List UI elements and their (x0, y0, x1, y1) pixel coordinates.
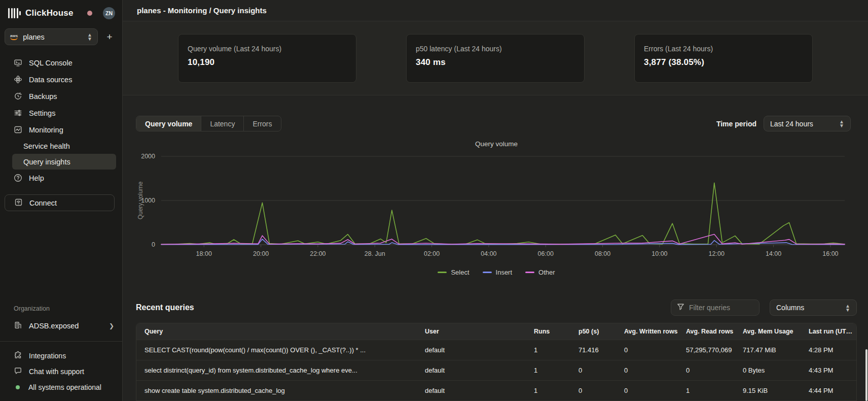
legend-item-other[interactable]: Other (525, 269, 555, 276)
columns-select[interactable]: Columns ▲▼ (770, 299, 857, 316)
sidebar-item-label: Settings (29, 109, 55, 117)
tab-query-volume[interactable]: Query volume (136, 116, 201, 131)
sidebar-item-sql-console[interactable]: SQL Console (0, 54, 122, 71)
svg-text:0: 0 (152, 241, 155, 248)
footer-item-label: Integrations (29, 352, 66, 360)
column-header-last-run-utc-[interactable]: Last run (UTC)⌃ (801, 328, 856, 335)
column-header-query[interactable]: Query (136, 328, 417, 335)
organization-switcher[interactable]: ADSB.exposed ❯ (0, 317, 122, 334)
sidebar-item-service-health[interactable]: Service health (12, 138, 116, 154)
table-cell: 1 (526, 366, 570, 374)
sidebar-item-label: Monitoring (29, 126, 63, 134)
service-name: planes (23, 33, 82, 41)
service-selector[interactable]: aws planes ▲▼ (5, 28, 98, 45)
sidebar-item-label: SQL Console (29, 59, 73, 67)
connect-label: Connect (29, 199, 57, 207)
chart-tabs: Query volumeLatencyErrors (136, 116, 281, 131)
table-cell: 4:44 PM (801, 387, 856, 394)
legend-label: Select (451, 269, 469, 276)
stat-card-label: p50 latency (Last 24 hours) (416, 45, 575, 53)
legend-swatch-icon (483, 272, 492, 273)
time-period: Time period Last 24 hours ▲▼ (716, 116, 851, 131)
table-cell: 0 (570, 387, 616, 394)
sidebar-item-help[interactable]: Help (0, 170, 122, 186)
sidebar-footer-all-systems-operational[interactable]: All systems operational (0, 379, 122, 395)
recent-controls: Columns ▲▼ (671, 299, 857, 316)
table-cell: default (417, 366, 526, 374)
sidebar-item-backups[interactable]: Backups (0, 88, 122, 105)
page-header: planes - Monitoring / Query insights (123, 0, 868, 21)
recent-queries-title: Recent queries (136, 303, 194, 312)
table-row[interactable]: SELECT CAST(round(pow(count() / max(coun… (136, 340, 856, 360)
scrollbar-thumb[interactable] (865, 349, 867, 401)
stat-card-label: Query volume (Last 24 hours) (188, 45, 347, 53)
legend-swatch-icon (438, 272, 447, 273)
table-cell: 1 (526, 387, 570, 394)
chart-legend: Select Insert Other (136, 267, 857, 277)
controls-row: Query volumeLatencyErrors Time period La… (136, 116, 857, 131)
avatar[interactable]: ZN (103, 7, 115, 19)
svg-text:22:00: 22:00 (310, 250, 326, 257)
legend-label: Other (538, 269, 555, 276)
add-service-button[interactable]: + (103, 31, 116, 43)
svg-text:04:00: 04:00 (481, 250, 496, 257)
time-period-value: Last 24 hours (770, 120, 834, 128)
stat-card-label: Errors (Last 24 hours) (644, 45, 803, 53)
table-row[interactable]: show create table system.distributed_cac… (136, 380, 856, 400)
table-cell: 4:28 PM (801, 346, 856, 354)
sidebar-item-query-insights[interactable]: Query insights (12, 154, 116, 170)
stat-card-2: Errors (Last 24 hours) 3,877 (38.05%) (634, 34, 813, 83)
monitoring-icon (14, 125, 22, 134)
columns-select-value: Columns (776, 304, 840, 312)
sidebar-footer-chat-with-support[interactable]: Chat with support (0, 363, 122, 379)
chart-title: Query volume (136, 140, 857, 148)
time-period-select[interactable]: Last 24 hours ▲▼ (764, 116, 851, 131)
table-cell: 1 (526, 346, 570, 354)
tab-latency[interactable]: Latency (201, 116, 244, 131)
connect-button[interactable]: Connect (5, 194, 115, 211)
table-row[interactable]: select distrinct(query_id) from system.d… (136, 360, 856, 380)
chart-svg: 01000200018:0020:0022:0028. Jun02:0004:0… (136, 148, 857, 260)
table-cell: 0 (616, 366, 678, 374)
sidebar-item-monitoring[interactable]: Monitoring (0, 121, 122, 138)
column-header-avg-read-rows[interactable]: Avg. Read rows (678, 328, 735, 335)
column-header-user[interactable]: User (417, 328, 526, 335)
sidebar-item-label: Backups (29, 92, 57, 101)
table-cell: 9.15 KiB (735, 387, 801, 394)
sidebar-footer-integrations[interactable]: Integrations (0, 348, 122, 363)
sidebar-item-settings[interactable]: Settings (0, 105, 122, 121)
legend-item-insert[interactable]: Insert (483, 269, 513, 276)
table-cell: 0 (678, 366, 735, 374)
sidebar-item-label: Data sources (29, 76, 72, 84)
clickhouse-logo-icon (8, 8, 21, 18)
legend-item-select[interactable]: Select (438, 269, 469, 276)
tab-errors[interactable]: Errors (244, 116, 280, 131)
console-icon (14, 58, 22, 67)
column-header-avg-written-rows[interactable]: Avg. Written rows (616, 328, 678, 335)
sidebar-item-label: Service health (12, 142, 70, 150)
svg-text:18:00: 18:00 (196, 250, 212, 257)
table-cell: default (417, 387, 526, 394)
svg-text:10:00: 10:00 (652, 250, 667, 257)
filter-queries-box[interactable] (671, 299, 760, 316)
filter-queries-input[interactable] (689, 304, 754, 312)
sidebar-item-data-sources[interactable]: Data sources (0, 71, 122, 88)
sidebar-nav: SQL ConsoleData sourcesBackupsSettingsMo… (0, 54, 122, 186)
stat-card-0: Query volume (Last 24 hours) 10,190 (178, 34, 356, 83)
brand-row: ClickHouse ZN (0, 0, 122, 24)
building-icon (14, 321, 22, 331)
chevron-updown-icon: ▲▼ (87, 33, 92, 41)
connect-icon (14, 198, 23, 208)
svg-text:Query volume: Query volume (137, 181, 144, 219)
column-header-runs[interactable]: Runs (526, 328, 570, 335)
breadcrumb: planes - Monitoring / Query insights (137, 6, 267, 15)
column-header-avg-mem-usage[interactable]: Avg. Mem Usage (735, 328, 801, 335)
stat-card-value: 340 ms (416, 57, 575, 68)
chevron-updown-icon: ▲▼ (845, 304, 850, 312)
svg-text:02:00: 02:00 (424, 250, 440, 257)
query-cell: show create table system.distributed_cac… (136, 387, 417, 394)
query-volume-chart: 01000200018:0020:0022:0028. Jun02:0004:0… (136, 148, 857, 260)
svg-text:06:00: 06:00 (538, 250, 554, 257)
column-header-p50-s-[interactable]: p50 (s) (570, 328, 616, 335)
settings-icon (14, 109, 22, 117)
